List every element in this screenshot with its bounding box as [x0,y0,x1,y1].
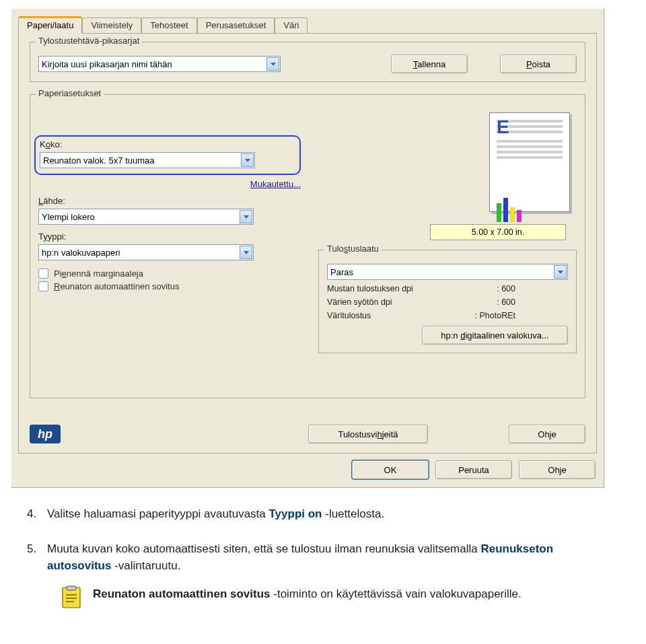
tab-strip: Paperi/laatu Viimeistely Tehosteet Perus… [11,9,604,33]
chevron-down-icon [241,153,254,167]
source-value: Ylempi lokero [42,212,95,222]
custom-size-link[interactable]: Mukautettu... [250,179,301,189]
step-5: 5. Muuta kuvan koko automaattisesti site… [27,540,579,575]
checkbox-icon [38,269,48,279]
dialog-footer: OK Peruuta Ohje [11,454,604,487]
size-combo[interactable]: Reunaton valok. 5x7 tuumaa [40,152,255,168]
tab-effects[interactable]: Tehosteet [141,17,196,33]
minimize-margins-checkbox[interactable]: Pienennä marginaaleja [38,269,301,279]
borderless-autofit-checkbox[interactable]: Reunaton automaattinen sovitus [38,281,301,291]
preview-chart-icon [497,198,563,222]
tab-help-button[interactable]: Ohje [509,425,585,443]
properties-dialog: Paperi/laatu Viimeistely Tehosteet Perus… [11,8,604,488]
quickset-combo[interactable]: Kirjoita uusi pikasarjan nimi tähän [38,56,281,72]
group-quicksets: Tylostustehtävä-pikasarjat Kirjoita uusi… [30,42,585,82]
type-label: Tyyppi: [38,231,301,242]
print-tips-button[interactable]: Tulostusvihjeitä [308,425,428,443]
size-label: Koko: [40,139,295,149]
chevron-down-icon [266,57,279,71]
step-4: 4. Valitse haluamasi paperityyppi avautu… [27,505,579,523]
group-paper-settings: Paperiasetukset Koko: Reunaton valok. 5x… [30,94,585,398]
tab-basics[interactable]: Perusasetukset [197,17,275,33]
chevron-down-icon [240,210,252,223]
legend-paper: Paperiasetukset [36,88,104,98]
tab-color[interactable]: Väri [275,17,308,33]
hp-digital-photo-button[interactable]: hp:n digitaalinen valokuva... [422,326,568,345]
group-quality: Tulostuslaatu Paras Mustan tulostuksen d… [318,250,577,353]
group-quality-wrapper: Tulostuslaatu Paras Mustan tulostuksen d… [318,250,577,365]
note-clipboard-icon [59,585,83,615]
type-combo[interactable]: hp:n valokuvapaperi [38,244,254,260]
hp-logo: hp [30,425,61,443]
save-button[interactable]: Tallenna [391,55,468,73]
paper-dimensions: 5.00 x 7.00 in. [430,224,566,240]
checkbox-icon [38,281,48,291]
type-value: hp:n valokuvapaperi [42,248,120,258]
tab-paper-quality[interactable]: Paperi/laatu [18,16,82,34]
svg-rect-1 [67,586,76,590]
cb-label: Reunaton automaattinen sovitus [54,281,179,291]
cancel-button[interactable]: Peruuta [435,460,512,479]
tab-footer: hp Tulostusvihjeitä Ohje [30,425,585,443]
size-highlight: Koko: Reunaton valok. 5x7 tuumaa [34,135,301,175]
chevron-down-icon [240,246,252,259]
quality-combo[interactable]: Paras [327,264,568,280]
page-preview: E [489,112,570,212]
quality-value: Paras [330,267,353,277]
note: Reunaton automaattinen sovitus -toiminto… [59,585,571,615]
legend-quicksets: Tylostustehtävä-pikasarjat [36,36,142,46]
chevron-down-icon [554,265,567,279]
size-value: Reunaton valok. 5x7 tuumaa [43,155,155,166]
tab-panel-paper-quality: Tylostustehtävä-pikasarjat Kirjoita uusi… [18,33,597,454]
source-combo[interactable]: Ylempi lokero [38,209,254,225]
ok-button[interactable]: OK [352,460,429,479]
source-label: Lähde: [38,196,301,206]
delete-button[interactable]: Poista [500,55,577,73]
legend-quality: Tulostuslaatu [324,244,382,254]
cb-label: Pienennä marginaaleja [54,269,143,279]
quickset-value: Kirjoita uusi pikasarjan nimi tähän [42,59,172,69]
help-button[interactable]: Ohje [519,460,596,479]
tab-finishing[interactable]: Viimeistely [82,17,141,33]
